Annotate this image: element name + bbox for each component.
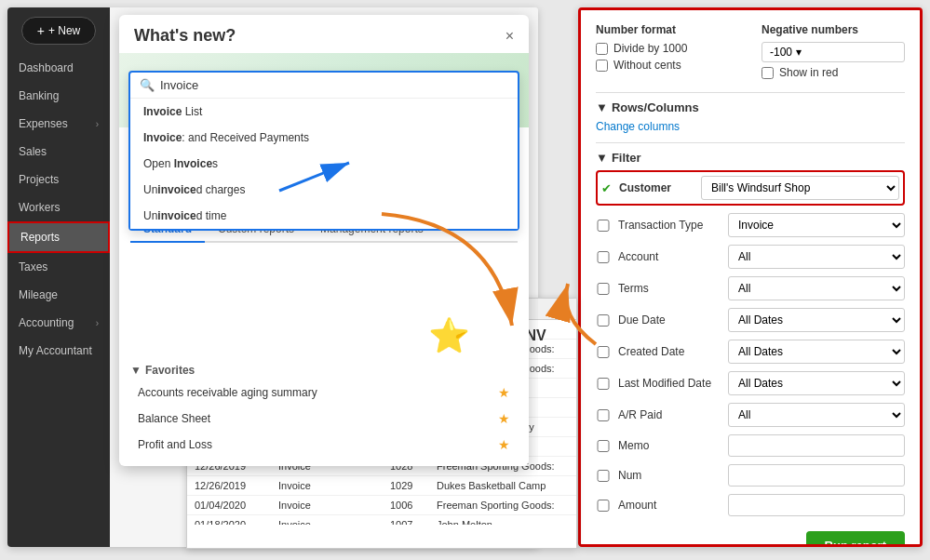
search-result-3[interactable]: Open Invoices — [130, 151, 518, 177]
sidebar-item-sales[interactable]: Sales — [7, 138, 110, 166]
fav-item-2[interactable]: Balance Sheet ★ — [130, 407, 518, 431]
cell-date: 01/04/2020 — [195, 500, 278, 511]
arrow-down-rows: ▼ — [596, 100, 608, 114]
due-date-label: Due Date — [618, 313, 721, 327]
filter-section-title: ▼ Filter — [596, 151, 905, 165]
sidebar-item-projects[interactable]: Projects — [7, 166, 110, 193]
amount-input[interactable] — [728, 494, 905, 516]
sidebar-label-my-accountant: My Accountant — [19, 344, 92, 357]
plus-icon: + — [37, 23, 45, 38]
due-date-checkbox[interactable] — [596, 314, 611, 327]
last-modified-date-row: Last Modified Date All Dates — [596, 371, 905, 395]
change-columns-link[interactable]: Change columns — [596, 120, 905, 133]
divider-1 — [596, 92, 905, 93]
cell-name: Dukes Basketball Camp — [437, 480, 576, 491]
sidebar-item-mileage[interactable]: Mileage — [7, 281, 110, 309]
sidebar-label-banking: Banking — [19, 89, 59, 102]
memo-checkbox[interactable] — [596, 440, 611, 452]
star-icon-1: ★ — [498, 385, 510, 400]
divide-by-1000-label: Divide by 1000 — [613, 42, 687, 55]
terms-select[interactable]: All — [728, 276, 905, 300]
transaction-type-row: Transaction Type Invoice — [596, 213, 905, 237]
customer-checkbox-checked[interactable]: ✔ — [601, 181, 612, 195]
last-modified-date-label: Last Modified Date — [618, 377, 721, 390]
sidebar-item-workers[interactable]: Workers — [7, 193, 110, 221]
created-date-label: Created Date — [618, 345, 721, 358]
sidebar-item-banking[interactable]: Banking — [7, 82, 110, 110]
num-input[interactable] — [728, 464, 905, 487]
sidebar-item-dashboard[interactable]: Dashboard — [7, 54, 110, 82]
sidebar-label-reports: Reports — [20, 231, 60, 244]
sidebar-label-workers: Workers — [19, 201, 60, 214]
rows-columns-label: Rows/Columns — [612, 100, 699, 114]
neg-dropdown-icon: ▾ — [796, 46, 802, 59]
show-in-red-checkbox[interactable] — [762, 67, 774, 79]
search-result-2[interactable]: Invoice: and Received Payments — [130, 125, 518, 151]
num-checkbox[interactable] — [596, 470, 611, 482]
last-modified-date-select[interactable]: All Dates — [728, 371, 905, 395]
search-input[interactable] — [160, 78, 508, 92]
arrow-down-fav: ▼ — [130, 364, 142, 377]
search-input-row: 🔍 — [130, 73, 518, 98]
account-select[interactable]: All — [728, 245, 905, 269]
terms-checkbox[interactable] — [596, 283, 611, 295]
star-icon-2: ★ — [498, 411, 510, 426]
ar-paid-select[interactable]: All — [728, 403, 905, 427]
search-result-5[interactable]: Uninvoiced time — [130, 203, 518, 229]
due-date-select[interactable]: All Dates — [728, 308, 905, 332]
account-checkbox[interactable] — [596, 251, 611, 263]
negative-numbers-label: Negative numbers — [762, 23, 905, 36]
table-row[interactable]: 01/04/2020 Invoice 1006 Freeman Sporting… — [187, 496, 576, 515]
due-date-row: Due Date All Dates — [596, 308, 905, 332]
cell-name: John Melton — [437, 519, 576, 525]
fav-item-1[interactable]: Accounts receivable aging summary ★ — [130, 380, 518, 405]
green-star-badge: ⭐ — [428, 316, 470, 355]
sidebar-item-expenses[interactable]: Expenses › — [7, 110, 110, 138]
table-row[interactable]: 12/26/2019 Invoice 1029 Dukes Basketball… — [187, 476, 576, 496]
created-date-checkbox[interactable] — [596, 346, 611, 358]
new-button-label: + New — [48, 24, 80, 37]
fav-item-3[interactable]: Profit and Loss ★ — [130, 433, 518, 457]
sidebar-item-taxes[interactable]: Taxes — [7, 253, 110, 281]
num-label: Num — [618, 469, 721, 482]
dialog-header: What's new? × — [119, 15, 529, 53]
run-report-button[interactable]: Run report — [806, 531, 905, 547]
memo-input[interactable] — [728, 434, 905, 457]
transaction-type-select[interactable]: Invoice — [728, 213, 905, 237]
arrow-down-filter: ▼ — [596, 151, 608, 165]
cell-date: 01/18/2020 — [195, 519, 278, 525]
last-modified-date-checkbox[interactable] — [596, 378, 611, 390]
amount-checkbox[interactable] — [596, 500, 611, 512]
customer-select[interactable]: Bill's Windsurf Shop — [701, 176, 899, 200]
close-button[interactable]: × — [505, 28, 514, 45]
show-in-red-row: Show in red — [762, 66, 905, 79]
ar-paid-checkbox[interactable] — [596, 409, 611, 421]
transaction-type-checkbox[interactable] — [596, 220, 611, 232]
table-row[interactable]: 01/18/2020 Invoice 1007 John Melton — [187, 515, 576, 525]
created-date-select[interactable]: All Dates — [728, 340, 905, 364]
cell-num: 1006 — [390, 500, 437, 511]
search-result-4[interactable]: Uninvoiced charges — [130, 177, 518, 203]
search-result-1[interactable]: Invoice List — [130, 99, 518, 125]
fav-label-3: Profit and Loss — [138, 438, 212, 451]
new-button[interactable]: + + New — [21, 17, 96, 45]
sidebar-label-sales: Sales — [19, 145, 47, 158]
sidebar-item-my-accountant[interactable]: My Accountant — [7, 337, 110, 365]
sidebar-item-accounting[interactable]: Accounting › — [7, 309, 110, 337]
cell-num: 1029 — [390, 480, 437, 491]
sidebar-item-reports[interactable]: Reports — [7, 221, 110, 253]
cell-type: Invoice — [278, 500, 390, 511]
cell-date: 12/26/2019 — [195, 480, 278, 491]
format-row: Number format Divide by 1000 Without cen… — [596, 23, 905, 83]
memo-label: Memo — [618, 439, 721, 452]
transaction-type-label: Transaction Type — [618, 219, 721, 232]
negative-select[interactable]: -100 ▾ — [762, 42, 905, 62]
cell-num: 1007 — [390, 519, 437, 525]
negative-numbers-col: Negative numbers -100 ▾ Show in red — [762, 23, 905, 83]
without-cents-checkbox[interactable] — [596, 60, 608, 72]
divide-by-1000-checkbox[interactable] — [596, 43, 608, 55]
terms-row: Terms All — [596, 276, 905, 300]
right-panel: Number format Divide by 1000 Without cen… — [578, 7, 923, 547]
customer-filter-row: ✔ Customer Bill's Windsurf Shop — [596, 170, 905, 206]
filter-label: Filter — [612, 151, 641, 165]
